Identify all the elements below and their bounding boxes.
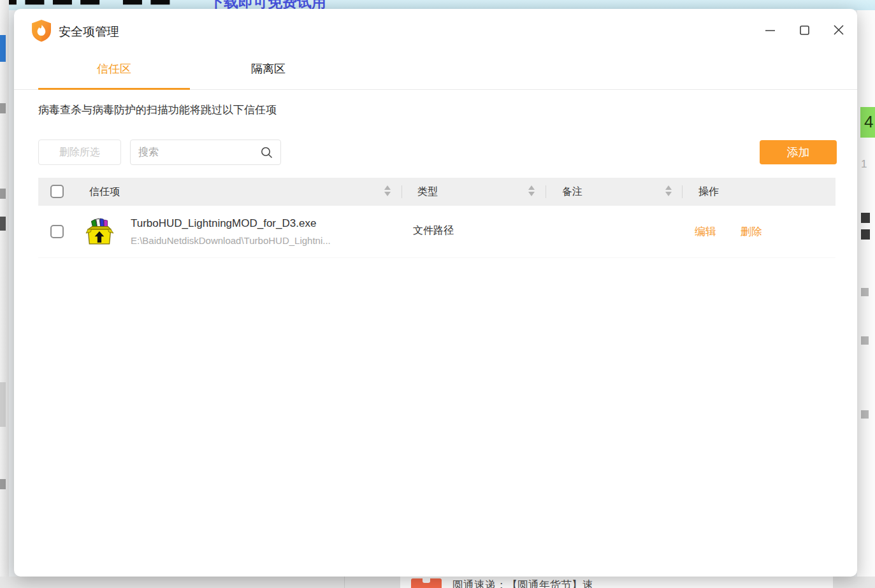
table-header: 信任项 类型 备注 操作	[38, 178, 835, 206]
tab-trust-zone[interactable]: 信任区	[38, 52, 190, 89]
background-count-badge: 4	[860, 107, 875, 138]
active-tab-indicator	[38, 88, 190, 90]
minimize-icon	[765, 25, 775, 35]
select-all-checkbox[interactable]	[50, 185, 64, 198]
trusted-items-table: 信任项 类型 备注 操作	[38, 178, 835, 258]
sort-icon[interactable]	[665, 185, 672, 196]
dialog-title: 安全项管理	[59, 24, 119, 40]
background-text-fragment	[861, 410, 869, 419]
background-text-fragment	[0, 103, 6, 113]
dialog-titlebar: 安全项管理	[14, 9, 857, 52]
background-text-fragment	[0, 217, 6, 231]
header-divider	[401, 185, 402, 198]
background-text-fragment	[861, 229, 870, 240]
security-item-manager-dialog: 安全项管理 信任区 隔离区 病毒查杀与病毒防护的扫描功能将跳过以下信任项 删除所…	[14, 9, 857, 577]
add-button[interactable]: 添加	[760, 140, 837, 164]
column-header-trusted-item: 信任项	[89, 178, 120, 206]
column-header-type: 类型	[417, 178, 438, 206]
header-divider	[682, 185, 683, 198]
background-left-sliver	[0, 0, 9, 588]
row-checkbox[interactable]	[50, 225, 64, 238]
table-row: TurboHUD_LightningMOD_for_D3.exe E:\Baid…	[38, 206, 835, 258]
background-text-fragment	[0, 479, 6, 489]
delete-link[interactable]: 删除	[741, 224, 762, 239]
shield-flame-icon	[29, 18, 54, 43]
background-text-fragment	[861, 213, 870, 223]
trust-zone-description: 病毒查杀与病毒防护的扫描功能将跳过以下信任项	[38, 103, 277, 117]
express-logo-icon	[411, 578, 442, 588]
trusted-item-type: 文件路径	[413, 224, 454, 238]
header-divider	[546, 185, 546, 198]
close-icon	[834, 25, 844, 35]
background-bottom-strip: 圆通速递：【圆通年货节】速	[0, 577, 875, 588]
trusted-item-name: TurboHUD_LightningMOD_for_D3.exe	[131, 217, 316, 230]
delete-selected-button[interactable]: 删除所选	[38, 140, 121, 165]
search-input[interactable]	[138, 140, 256, 164]
background-right-sliver: 4 1	[857, 10, 875, 577]
background-list-number: 1	[861, 158, 867, 171]
column-header-action: 操作	[698, 178, 719, 206]
tab-quarantine-zone[interactable]: 隔离区	[192, 52, 344, 89]
background-text-fragment	[861, 336, 869, 345]
trusted-item-path: E:\BaiduNetdiskDownload\TurboHUD_Lightni…	[131, 235, 331, 246]
edit-link[interactable]: 编辑	[695, 224, 716, 239]
maximize-button[interactable]	[793, 18, 816, 41]
maximize-icon	[800, 25, 809, 35]
search-icon[interactable]	[261, 147, 273, 159]
background-blue-fragment	[0, 35, 6, 62]
minimize-button[interactable]	[758, 18, 781, 41]
background-text-fragment	[0, 189, 6, 199]
search-box	[130, 140, 281, 165]
winrar-sfx-archive-icon	[85, 217, 115, 247]
background-text-fragment	[861, 288, 869, 296]
background-notification-text: 圆通速递：【圆通年货节】速	[452, 578, 593, 588]
close-button[interactable]	[827, 18, 850, 41]
background-image-fragment	[0, 382, 6, 427]
background-divider	[344, 577, 345, 588]
column-header-note: 备注	[562, 178, 582, 206]
sort-icon[interactable]	[384, 185, 391, 196]
sort-icon[interactable]	[528, 185, 535, 196]
tab-bar: 信任区 隔离区	[14, 52, 857, 90]
